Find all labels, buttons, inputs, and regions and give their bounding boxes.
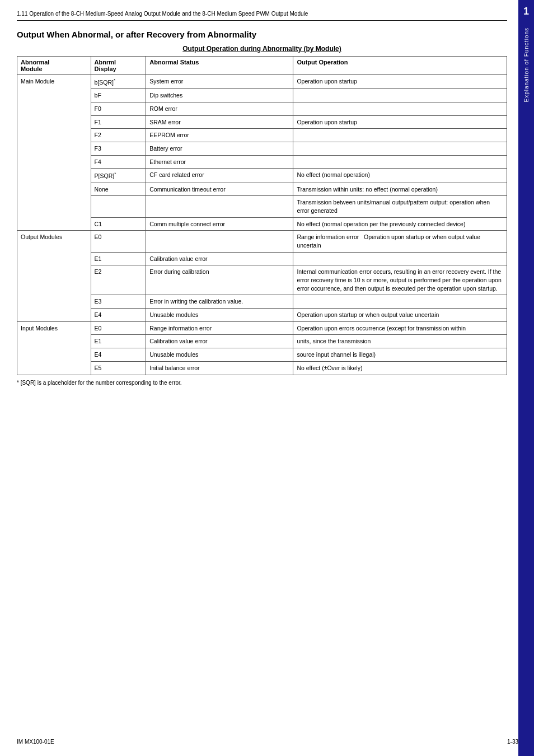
- cell-status: ROM error: [146, 102, 293, 115]
- cell-display: E5: [91, 361, 146, 375]
- cell-operation: [293, 155, 507, 169]
- table-row: Output Modules E0 Range information erro…: [17, 231, 507, 252]
- table-row: F2 EEPROM error: [17, 129, 507, 142]
- cell-operation: No effect (±Over is likely): [293, 361, 507, 375]
- cell-operation: Operation upon startup: [293, 115, 507, 129]
- footnote: * [SQR] is a placeholder for the number …: [17, 380, 507, 386]
- cell-status: Initial balance error: [146, 361, 293, 375]
- table-row: E3 Error in writing the calibration valu…: [17, 295, 507, 309]
- cell-status: Unusable modules: [146, 348, 293, 362]
- page-footer: IM MX100-01E 1-33: [17, 739, 518, 745]
- cell-display: F1: [91, 115, 146, 129]
- cell-status: [146, 231, 293, 252]
- col-header-status: Abnormal Status: [146, 57, 293, 75]
- table-row: P[SQR]* CF card related error No effect …: [17, 169, 507, 183]
- cell-operation: [293, 252, 507, 265]
- table-row: Transmission between units/manual output…: [17, 196, 507, 217]
- footer-left: IM MX100-01E: [17, 739, 54, 745]
- table-row: F4 Ethernet error: [17, 155, 507, 169]
- cell-operation: [293, 102, 507, 115]
- cell-display: E1: [91, 335, 146, 348]
- cell-status: Calibration value error: [146, 252, 293, 265]
- cell-display: E3: [91, 295, 146, 309]
- cell-operation: units, since the transmission: [293, 335, 507, 348]
- cell-display: E2: [91, 265, 146, 295]
- cell-status: Unusable modules: [146, 309, 293, 322]
- table-row: None Communication timeout error Transmi…: [17, 183, 507, 196]
- table-row: E1 Calibration value error units, since …: [17, 335, 507, 348]
- cell-operation: [293, 129, 507, 142]
- table-row: E4 Unusable modules Operation upon start…: [17, 309, 507, 322]
- cell-operation: Operation upon errors occurrence (except…: [293, 321, 507, 335]
- cell-display: E1: [91, 252, 146, 265]
- cell-module-output: Output Modules: [17, 231, 91, 322]
- cell-display: bF: [91, 89, 146, 102]
- cell-status: Dip switches: [146, 89, 293, 102]
- cell-display: F4: [91, 155, 146, 169]
- table-row: F0 ROM error: [17, 102, 507, 115]
- table-row: F3 Battery error: [17, 142, 507, 155]
- cell-module-main: Main Module: [17, 75, 91, 231]
- cell-operation: No effect (normal operation): [293, 169, 507, 183]
- cell-operation: Operation upon startup or when output va…: [293, 309, 507, 322]
- cell-operation: source input channel is illegal): [293, 348, 507, 362]
- cell-operation: Range information error Operation upon s…: [293, 231, 507, 252]
- cell-status: Comm multiple connect error: [146, 217, 293, 231]
- cell-operation: No effect (normal operation per the prev…: [293, 217, 507, 231]
- cell-status: SRAM error: [146, 115, 293, 129]
- cell-display: E0: [91, 321, 146, 335]
- cell-status: System error: [146, 75, 293, 89]
- cell-operation: [293, 142, 507, 155]
- cell-display: P[SQR]*: [91, 169, 146, 183]
- cell-operation: Operation upon startup: [293, 75, 507, 89]
- cell-status: Calibration value error: [146, 335, 293, 348]
- cell-status: [146, 196, 293, 217]
- cell-status: Error in writing the calibration value.: [146, 295, 293, 309]
- section-title: Output When Abnormal, or after Recovery …: [17, 30, 507, 39]
- cell-display: F2: [91, 129, 146, 142]
- table-row: Input Modules E0 Range information error…: [17, 321, 507, 335]
- cell-operation: Transmission between units/manual output…: [293, 196, 507, 217]
- col-header-module: AbnormalModule: [17, 57, 91, 75]
- header-text: 1.11 Operation of the 8-CH Medium-Speed …: [17, 11, 308, 17]
- cell-status: Battery error: [146, 142, 293, 155]
- table-row: F1 SRAM error Operation upon startup: [17, 115, 507, 129]
- cell-display: F3: [91, 142, 146, 155]
- col-header-operation: Output Operation: [293, 57, 507, 75]
- page-header: 1.11 Operation of the 8-CH Medium-Speed …: [17, 10, 507, 21]
- table-row: E5 Initial balance error No effect (±Ove…: [17, 361, 507, 375]
- cell-display: [91, 196, 146, 217]
- cell-status: CF card related error: [146, 169, 293, 183]
- footer-right: 1-33: [507, 739, 518, 745]
- table-row: E1 Calibration value error: [17, 252, 507, 265]
- table-row: E4 Unusable modules source input channel…: [17, 348, 507, 362]
- table-row: Main Module b[SQR]* System error Operati…: [17, 75, 507, 89]
- chapter-number: 1: [523, 6, 529, 17]
- cell-display: E0: [91, 231, 146, 252]
- cell-display: b[SQR]*: [91, 75, 146, 89]
- cell-display: E4: [91, 309, 146, 322]
- table-title: Output Operation during Abnormality (by …: [17, 45, 507, 53]
- cell-status: Range information error: [146, 321, 293, 335]
- cell-status: Error during calibration: [146, 265, 293, 295]
- cell-operation: Transmission within units: no effect (no…: [293, 183, 507, 196]
- cell-operation: [293, 89, 507, 102]
- cell-status: Ethernet error: [146, 155, 293, 169]
- cell-operation: [293, 295, 507, 309]
- cell-operation: Internal communication error occurs, res…: [293, 265, 507, 295]
- table-row: E2 Error during calibration Internal com…: [17, 265, 507, 295]
- table-row: bF Dip switches: [17, 89, 507, 102]
- chapter-tab: 1 Explanation of Functions: [518, 0, 534, 756]
- cell-display: E4: [91, 348, 146, 362]
- table-row: C1 Comm multiple connect error No effect…: [17, 217, 507, 231]
- col-header-display: AbnrmlDisplay: [91, 57, 146, 75]
- cell-status: Communication timeout error: [146, 183, 293, 196]
- main-table: AbnormalModule AbnrmlDisplay Abnormal St…: [17, 56, 507, 375]
- cell-display: None: [91, 183, 146, 196]
- cell-status: EEPROM error: [146, 129, 293, 142]
- cell-display: F0: [91, 102, 146, 115]
- chapter-label: Explanation of Functions: [523, 27, 530, 102]
- cell-display: C1: [91, 217, 146, 231]
- cell-module-input: Input Modules: [17, 321, 91, 375]
